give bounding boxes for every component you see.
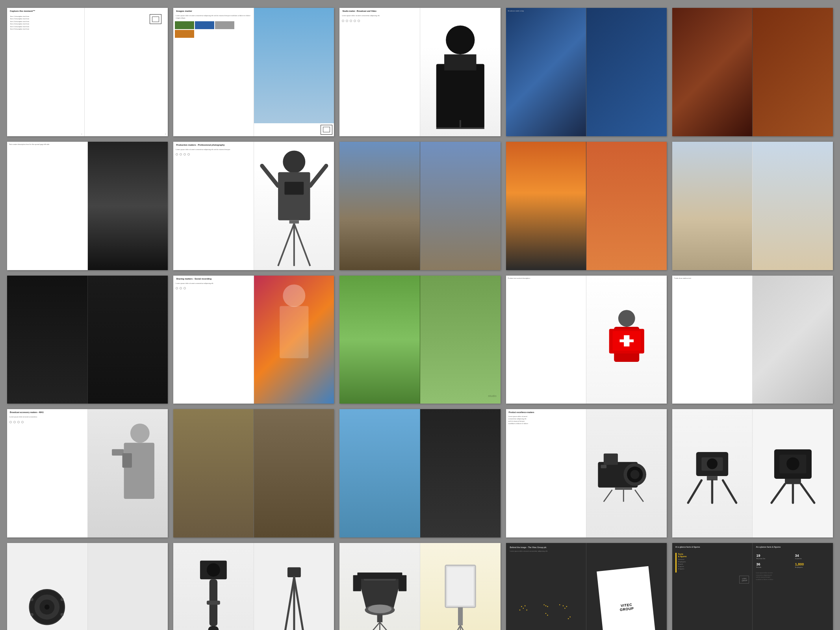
circle-c [184, 153, 186, 156]
page-right-3 [420, 8, 501, 136]
page-right-13: studio [420, 276, 501, 404]
page-left-7: Production matters - Professional photog… [173, 142, 254, 270]
spread3-title: Studio matter - Broadcast and Video [339, 8, 420, 13]
svg-rect-26 [122, 453, 132, 468]
svg-point-57 [31, 613, 34, 616]
svg-point-92 [547, 606, 548, 607]
svg-rect-31 [604, 454, 618, 465]
spread6-text: Text content description here for this s… [7, 142, 87, 147]
svg-point-23 [130, 424, 149, 443]
spread-12: Sharing matters - Social recording Lorem… [173, 276, 334, 404]
page-left-19: Product excellence matters Lorem ipsum d… [506, 409, 586, 537]
svg-point-55 [31, 598, 34, 601]
svg-point-17 [618, 310, 635, 327]
svg-point-85 [521, 606, 522, 607]
light-stand-svg [436, 553, 484, 630]
page-left-3: Studio matter - Broadcast and Video Lore… [339, 8, 420, 136]
page-left-9 [506, 142, 586, 270]
svg-line-14 [294, 223, 310, 266]
svg-rect-80 [447, 567, 473, 606]
circle-1 [342, 20, 344, 22]
svg-line-65 [281, 577, 294, 630]
page-left-21 [7, 543, 87, 630]
mini-img-1 [175, 21, 194, 29]
spread-11 [7, 276, 168, 404]
spread7-circles [173, 152, 254, 157]
mini-img-3 [215, 21, 234, 29]
spreads-grid: Capture the moment™ Item 1 description t… [0, 0, 840, 630]
svg-rect-2 [444, 54, 476, 70]
svg-rect-63 [208, 626, 219, 630]
page-left-18 [339, 409, 420, 537]
figures-header: At a glance facts & figures [753, 543, 833, 551]
svg-line-34 [604, 490, 612, 502]
figures-body: Lorem ipsum dolor sit amet consectetur a… [753, 571, 833, 582]
page-right-8 [420, 142, 501, 270]
svg-point-15 [283, 284, 305, 307]
svg-line-84 [460, 625, 475, 630]
svg-point-94 [563, 605, 564, 606]
vitec-logo-text: VITEC GROUP [619, 602, 634, 612]
page-left-12: Sharing matters - Social recording Lorem… [173, 276, 254, 404]
page-right-16 [88, 409, 168, 537]
svg-point-60 [207, 563, 220, 576]
spread-10 [672, 142, 833, 270]
spread-4: Broadcast studio setup [506, 8, 667, 136]
svg-point-88 [519, 610, 521, 611]
circle-d [187, 153, 190, 156]
svg-rect-16 [280, 306, 308, 358]
svg-point-39 [707, 458, 718, 469]
spread12-circles [173, 286, 254, 291]
spread2-title: Images matter [173, 8, 254, 13]
svg-point-87 [523, 608, 524, 609]
spread-3: Studio matter - Broadcast and Video Lore… [339, 8, 500, 136]
plate-svg [17, 569, 77, 630]
circle-2 [346, 20, 348, 22]
svg-rect-81 [458, 607, 463, 625]
page-left-17 [173, 409, 254, 537]
svg-rect-11 [289, 220, 299, 223]
svg-point-98 [547, 615, 548, 616]
yellow-accent-bar [675, 553, 677, 573]
svg-rect-64 [287, 567, 301, 577]
page-right-19 [586, 409, 667, 537]
spread-24: Behind the image - The Vitec Group plc L… [506, 543, 667, 630]
page-left-6: Text content description here for this s… [7, 142, 87, 270]
svg-line-41 [688, 480, 702, 503]
svg-rect-22 [619, 339, 634, 342]
world-map-dots-svg [511, 574, 580, 630]
svg-point-56 [61, 598, 64, 601]
page-num-1r: 2 [165, 133, 166, 135]
stat-employees: 34 Countries [794, 553, 831, 560]
page-left-5 [672, 8, 753, 136]
soldier-svg [88, 409, 168, 537]
page-right-1: 2 [85, 8, 168, 136]
spread-5 [672, 8, 833, 136]
page-left-10 [672, 142, 753, 270]
svg-point-96 [566, 606, 567, 607]
spread-23 [339, 543, 500, 630]
spread-1: Capture the moment™ Item 1 description t… [7, 8, 168, 136]
svg-point-54 [45, 605, 50, 610]
spread-2: Images matter Lorem ipsum dolor sit amet… [173, 8, 334, 136]
spread7-title: Production matters - Professional photog… [173, 142, 254, 147]
page-left-2: Images matter Lorem ipsum dolor sit amet… [173, 8, 254, 136]
page-left-22 [173, 543, 254, 630]
svg-line-48 [771, 484, 785, 503]
spread12-title: Sharing matters - Social recording [173, 276, 254, 281]
spread19-text: Lorem ipsum dolor sit ametconsectetur ad… [506, 414, 586, 426]
svg-point-86 [525, 605, 526, 606]
svg-line-10 [310, 166, 326, 186]
circle-f [180, 287, 182, 289]
circle-3 [350, 20, 352, 22]
circle-a [176, 153, 178, 156]
spread-7: Production matters - Professional photog… [173, 142, 334, 270]
svg-rect-7 [278, 172, 310, 220]
page-right-15 [753, 276, 833, 404]
spread3-text: Lorem ipsum dolor sit amet consectetur a… [339, 13, 420, 19]
svg-line-67 [294, 577, 308, 630]
svg-point-89 [527, 610, 528, 611]
person-camera-svg [420, 8, 501, 136]
bag-person-svg [599, 295, 655, 384]
page-right-4 [586, 8, 667, 136]
